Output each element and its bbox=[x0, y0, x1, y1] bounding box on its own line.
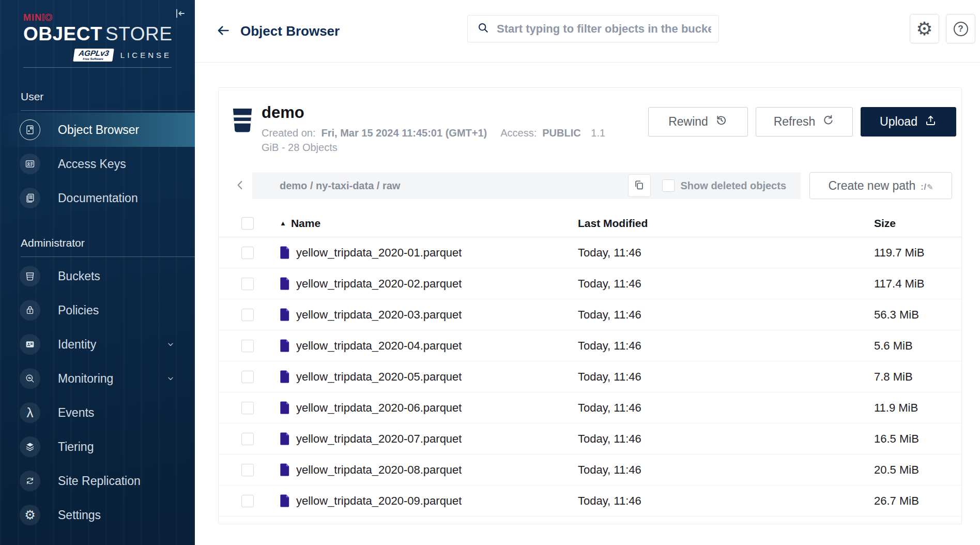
table-row[interactable]: yellow_tripdata_2020-08.parquet Today, 1… bbox=[219, 455, 961, 486]
sort-ascending-icon[interactable]: ▲ bbox=[280, 220, 286, 226]
chevron-down-icon bbox=[166, 374, 175, 383]
row-checkbox[interactable] bbox=[241, 464, 254, 476]
sidebar-section: Administrator Buckets Policies Identity … bbox=[0, 237, 195, 532]
upload-button[interactable]: Upload bbox=[861, 107, 956, 137]
file-icon bbox=[280, 277, 290, 291]
file-icon bbox=[280, 339, 290, 353]
bucket-meta: demo Created on:Fri, Mar 15 2024 11:45:0… bbox=[262, 103, 611, 155]
sidebar-item-monitoring[interactable]: Monitoring bbox=[0, 361, 195, 396]
sidebar-item-label: Events bbox=[58, 406, 94, 420]
table-row[interactable]: yellow_tripdata_2020-03.parquet Today, 1… bbox=[219, 299, 961, 330]
row-checkbox[interactable] bbox=[241, 340, 254, 352]
show-deleted-checkbox[interactable] bbox=[662, 179, 675, 192]
minio-logo: MINIO OBJECTSTORE AGPLv3 Free Software L… bbox=[23, 12, 172, 63]
select-all-checkbox[interactable] bbox=[241, 217, 254, 230]
object-modified: Today, 11:46 bbox=[578, 277, 874, 291]
table-row[interactable]: yellow_tripdata_2020-02.parquet Today, 1… bbox=[219, 268, 961, 299]
refresh-button[interactable]: Refresh bbox=[756, 107, 853, 137]
table-row[interactable]: yellow_tripdata_2020-06.parquet Today, 1… bbox=[219, 392, 961, 423]
sidebar-item-buckets[interactable]: Buckets bbox=[0, 259, 195, 293]
object-size: 26.7 MiB bbox=[874, 494, 949, 508]
events-icon: λ bbox=[20, 402, 40, 423]
access-value: PUBLIC bbox=[542, 127, 580, 139]
bucket-size-part1: 1.1 bbox=[591, 127, 605, 139]
create-new-path-button[interactable]: Create new path :/✎ bbox=[809, 172, 952, 199]
column-header-name[interactable]: Name bbox=[291, 217, 320, 230]
object-size: 16.5 MiB bbox=[874, 432, 949, 446]
sidebar-item-access-keys[interactable]: Access Keys bbox=[0, 147, 195, 181]
sidebar-item-label: Object Browser bbox=[58, 123, 139, 137]
object-size: 7.8 MiB bbox=[874, 370, 949, 384]
help-button[interactable]: ? bbox=[946, 14, 975, 43]
created-value: Fri, Mar 15 2024 11:45:01 (GMT+1) bbox=[321, 127, 487, 139]
sidebar-item-object-browser[interactable]: Object Browser bbox=[0, 113, 195, 147]
table-row[interactable]: yellow_tripdata_2020-04.parquet Today, 1… bbox=[219, 330, 961, 361]
table-row[interactable]: yellow_tripdata_2020-01.parquet Today, 1… bbox=[219, 237, 961, 268]
row-checkbox[interactable] bbox=[241, 278, 254, 290]
row-checkbox[interactable] bbox=[241, 309, 254, 321]
show-deleted-label: Show deleted objects bbox=[681, 180, 786, 192]
new-path-icon: :/✎ bbox=[921, 179, 933, 193]
object-modified: Today, 11:46 bbox=[578, 339, 874, 353]
sidebar-collapse-button[interactable] bbox=[171, 5, 189, 23]
bucket-size-part2: GiB - 28 Objects bbox=[262, 140, 611, 155]
object-name: yellow_tripdata_2020-09.parquet bbox=[296, 494, 462, 508]
object-name: yellow_tripdata_2020-05.parquet bbox=[296, 370, 462, 384]
object-name: yellow_tripdata_2020-02.parquet bbox=[296, 277, 462, 291]
topbar: Object Browser ⚙ ? bbox=[195, 0, 980, 63]
sidebar-item-label: Settings bbox=[58, 508, 101, 522]
row-checkbox[interactable] bbox=[241, 371, 254, 383]
minio-wordmark: MINIO bbox=[23, 12, 172, 23]
copy-path-button[interactable] bbox=[628, 174, 651, 197]
sidebar-item-settings[interactable]: ⚙ Settings bbox=[0, 498, 195, 532]
access-label: Access: bbox=[500, 127, 537, 139]
gear-icon: ⚙ bbox=[916, 20, 932, 38]
objects-table: ▲ Name Last Modified Size yellow_tripdat… bbox=[219, 209, 961, 517]
object-name: yellow_tripdata_2020-04.parquet bbox=[296, 339, 462, 353]
sidebar-item-label: Monitoring bbox=[58, 372, 113, 386]
column-header-modified[interactable]: Last Modified bbox=[578, 217, 874, 230]
row-checkbox[interactable] bbox=[241, 433, 254, 445]
table-row[interactable]: yellow_tripdata_2020-09.parquet Today, 1… bbox=[219, 486, 961, 517]
path-back-button[interactable] bbox=[228, 172, 252, 199]
row-checkbox[interactable] bbox=[241, 247, 254, 259]
object-size: 5.6 MiB bbox=[874, 339, 949, 353]
search-input[interactable] bbox=[497, 22, 711, 36]
table-row[interactable]: yellow_tripdata_2020-05.parquet Today, 1… bbox=[219, 361, 961, 392]
brand-min: MIN bbox=[23, 12, 42, 23]
column-header-size[interactable]: Size bbox=[874, 217, 949, 230]
refresh-icon bbox=[822, 114, 835, 130]
file-icon bbox=[280, 370, 290, 384]
object-size: 117.4 MiB bbox=[874, 277, 949, 291]
breadcrumb-panel: demo / ny-taxi-data / raw Show deleted o… bbox=[252, 172, 801, 199]
object-name: yellow_tripdata_2020-01.parquet bbox=[296, 246, 462, 260]
sidebar-item-policies[interactable]: Policies bbox=[0, 293, 195, 327]
sidebar-item-documentation[interactable]: Documentation bbox=[0, 181, 195, 215]
sidebar-section: User Object Browser Access Keys Document… bbox=[0, 90, 195, 215]
table-row[interactable]: yellow_tripdata_2020-07.parquet Today, 1… bbox=[219, 423, 961, 455]
object-size: 119.7 MiB bbox=[874, 246, 949, 260]
row-checkbox[interactable] bbox=[241, 402, 254, 414]
back-button[interactable] bbox=[215, 22, 232, 40]
sidebar-item-tiering[interactable]: Tiering bbox=[0, 430, 195, 464]
rewind-button[interactable]: Rewind bbox=[648, 107, 748, 137]
back-arrow-icon bbox=[216, 32, 231, 40]
sidebar-item-site-replication[interactable]: Site Replication bbox=[0, 464, 195, 498]
object-modified: Today, 11:46 bbox=[578, 370, 874, 384]
table-header-row: ▲ Name Last Modified Size bbox=[219, 209, 961, 237]
object-size: 56.3 MiB bbox=[874, 308, 949, 322]
object-name: yellow_tripdata_2020-03.parquet bbox=[296, 308, 462, 322]
chevron-left-icon bbox=[234, 178, 247, 193]
sidebar-item-identity[interactable]: Identity bbox=[0, 327, 195, 361]
settings-icon: ⚙ bbox=[20, 505, 40, 525]
sidebar-item-events[interactable]: λ Events bbox=[0, 396, 195, 430]
object-modified: Today, 11:46 bbox=[578, 246, 874, 260]
chevron-down-icon bbox=[166, 340, 175, 349]
breadcrumb[interactable]: demo / ny-taxi-data / raw bbox=[280, 180, 400, 192]
collapse-left-icon bbox=[173, 14, 187, 22]
settings-button[interactable]: ⚙ bbox=[910, 14, 939, 43]
license-row: AGPLv3 Free Software LICENSE bbox=[23, 47, 172, 63]
row-checkbox[interactable] bbox=[241, 495, 254, 507]
copy-icon bbox=[633, 179, 645, 192]
sidebar-item-label: Buckets bbox=[58, 269, 100, 283]
